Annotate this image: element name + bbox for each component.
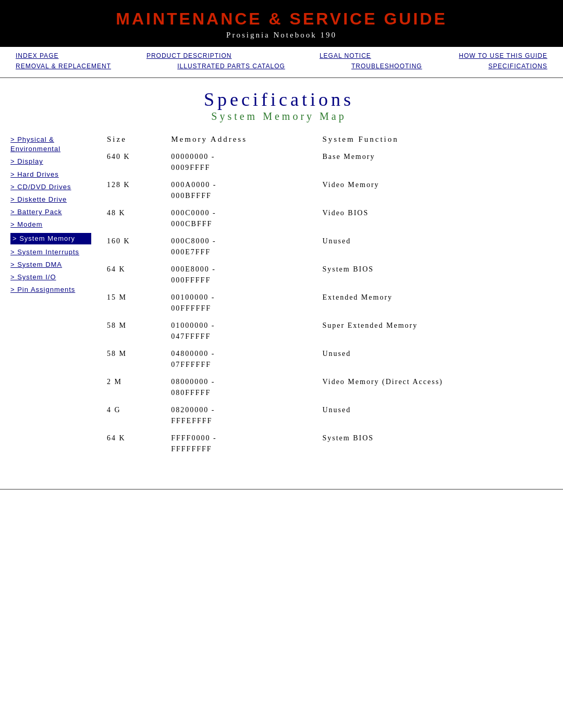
sidebar-link-modem[interactable]: > Modem [10, 220, 91, 229]
sidebar-link-battery-pack[interactable]: > Battery Pack [10, 207, 91, 217]
table-row: 48 K000C0000 -000CBFFFVideo BIOS [107, 204, 547, 232]
cell-function: Unused [322, 401, 547, 429]
sidebar-link-display[interactable]: > Display [10, 157, 91, 166]
cell-address: 01000000 -047FFFFF [171, 317, 322, 345]
sidebar-link-system-dma[interactable]: > System DMA [10, 260, 91, 269]
cell-function: Unused [322, 345, 547, 373]
cell-function: Base Memory [322, 148, 547, 176]
header-subtitle: Prosignia Notebook 190 [10, 31, 553, 40]
col-function: System Function [322, 135, 547, 148]
table-row: 2 M08000000 -080FFFFFVideo Memory (Direc… [107, 373, 547, 401]
sidebar-link-cd-dvd-drives[interactable]: > CD/DVD Drives [10, 182, 91, 192]
cell-address: 000C8000 -000E7FFF [171, 232, 322, 261]
table-row: 58 M01000000 -047FFFFFSuper Extended Mem… [107, 317, 547, 345]
table-row: 64 K000E8000 -000FFFFFSystem BIOS [107, 261, 547, 289]
cell-function: Video Memory (Direct Access) [322, 373, 547, 401]
cell-size: 160 K [107, 232, 171, 261]
cell-function: Unused [322, 232, 547, 261]
cell-size: 64 K [107, 429, 171, 458]
table-area: Size Memory Address System Function 640 … [96, 135, 547, 458]
page-title: Specifications [10, 89, 547, 110]
table-row: 64 KFFFF0000 -FFFFFFFFSystem BIOS [107, 429, 547, 458]
nav-product-description[interactable]: PRODUCT DESCRIPTION [146, 52, 231, 59]
cell-function: Super Extended Memory [322, 317, 547, 345]
cell-size: 64 K [107, 261, 171, 289]
cell-size: 58 M [107, 317, 171, 345]
cell-function: Extended Memory [322, 289, 547, 317]
header-title: MAINTENANCE & SERVICE GUIDE [10, 9, 553, 29]
cell-size: 4 G [107, 401, 171, 429]
table-row: 58 M04800000 -07FFFFFFUnused [107, 345, 547, 373]
cell-address: 000C0000 -000CBFFF [171, 204, 322, 232]
page-content: Specifications System Memory Map > Physi… [0, 78, 563, 468]
cell-size: 640 K [107, 148, 171, 176]
table-header: Size Memory Address System Function [107, 135, 547, 148]
cell-size: 48 K [107, 204, 171, 232]
nav-row-2: REMOVAL & REPLACEMENT ILLUSTRATED PARTS … [16, 63, 547, 70]
cell-function: Video BIOS [322, 204, 547, 232]
cell-function: System BIOS [322, 429, 547, 458]
cell-address: 000A0000 -000BFFFF [171, 176, 322, 204]
sidebar-link-hard-drives[interactable]: > Hard Drives [10, 170, 91, 179]
header: MAINTENANCE & SERVICE GUIDE Prosignia No… [0, 0, 563, 47]
page-heading: Specifications System Memory Map [10, 89, 547, 122]
nav-legal-notice[interactable]: LEGAL NOTICE [320, 52, 371, 59]
cell-address: 00000000 -0009FFFF [171, 148, 322, 176]
main-layout: > Physical & Environmental> Display> Har… [10, 135, 547, 458]
nav-troubleshooting[interactable]: TROUBLESHOOTING [351, 63, 422, 70]
table-row: 160 K000C8000 -000E7FFFUnused [107, 232, 547, 261]
cell-address: 00100000 -00FFFFFF [171, 289, 322, 317]
bottom-space [0, 520, 563, 676]
sidebar-link-system-io[interactable]: > System I/O [10, 273, 91, 282]
cell-function: System BIOS [322, 261, 547, 289]
navigation: INDEX PAGE PRODUCT DESCRIPTION LEGAL NOT… [0, 47, 563, 78]
nav-how-to-use[interactable]: HOW TO USE THIS GUIDE [459, 52, 547, 59]
sidebar-link-system-memory[interactable]: > System Memory [10, 233, 91, 244]
col-address: Memory Address [171, 135, 322, 148]
cell-address: 08000000 -080FFFFF [171, 373, 322, 401]
cell-address: 000E8000 -000FFFFF [171, 261, 322, 289]
nav-specifications[interactable]: SPECIFICATIONS [488, 63, 547, 70]
table-row: 640 K00000000 -0009FFFFBase Memory [107, 148, 547, 176]
table-row: 15 M00100000 -00FFFFFFExtended Memory [107, 289, 547, 317]
table-row: 4 G08200000 -FFFEFFFFUnused [107, 401, 547, 429]
nav-row-1: INDEX PAGE PRODUCT DESCRIPTION LEGAL NOT… [16, 52, 547, 59]
cell-size: 128 K [107, 176, 171, 204]
sidebar-link-diskette-drive[interactable]: > Diskette Drive [10, 195, 91, 204]
table-body: 640 K00000000 -0009FFFFBase Memory128 K0… [107, 148, 547, 458]
sidebar-link-system-interrupts[interactable]: > System Interrupts [10, 248, 91, 257]
nav-removal-replacement[interactable]: REMOVAL & REPLACEMENT [16, 63, 111, 70]
nav-illustrated-parts[interactable]: ILLUSTRATED PARTS CATALOG [177, 63, 285, 70]
cell-size: 58 M [107, 345, 171, 373]
memory-table: Size Memory Address System Function 640 … [107, 135, 547, 458]
page-subtitle: System Memory Map [10, 110, 547, 122]
sidebar-link-pin-assignments[interactable]: > Pin Assignments [10, 285, 91, 294]
table-row: 128 K000A0000 -000BFFFFVideo Memory [107, 176, 547, 204]
sidebar-link-physical-environmental[interactable]: > Physical & Environmental [10, 135, 91, 154]
cell-address: 08200000 -FFFEFFFF [171, 401, 322, 429]
sidebar: > Physical & Environmental> Display> Har… [10, 135, 96, 458]
cell-size: 15 M [107, 289, 171, 317]
footer-bar [0, 489, 563, 520]
cell-size: 2 M [107, 373, 171, 401]
cell-address: 04800000 -07FFFFFF [171, 345, 322, 373]
cell-function: Video Memory [322, 176, 547, 204]
col-size: Size [107, 135, 171, 148]
cell-address: FFFF0000 -FFFFFFFF [171, 429, 322, 458]
nav-index-page[interactable]: INDEX PAGE [16, 52, 58, 59]
